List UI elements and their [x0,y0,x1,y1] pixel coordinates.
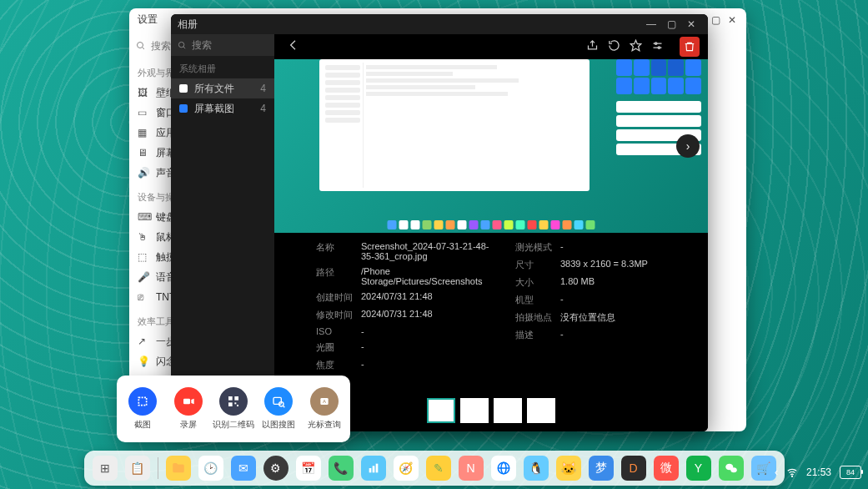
album-item-label: 所有文件 [194,82,234,96]
wifi-icon[interactable] [786,466,798,478]
clock[interactable]: 21:53 [806,466,831,478]
meta-value: /Phone Storage/Pictures/Screenshots [361,266,492,286]
adjust-button[interactable] [646,39,668,55]
album-item-count: 4 [260,83,266,94]
mouse-icon: 🖱 [138,231,149,243]
dock-app[interactable] [166,456,191,481]
album-close-button[interactable]: ✕ [681,18,701,30]
shot-tool[interactable]: 截图 [122,387,163,431]
svg-rect-24 [372,466,374,472]
album-sidebar: 搜索 系统相册 所有文件4屏幕截图4 [171,34,274,431]
dock: ⊞📋🕑✉⚙📅📞🧭✎N🐧🐱梦D微Y🛒 [84,451,785,486]
svg-rect-14 [234,396,238,401]
dock-app[interactable]: 📋 [125,456,150,481]
album-titlebar: 相册 — ▢ ✕ [171,14,708,34]
thumbnail[interactable] [460,398,489,423]
meta-row: 尺寸3839 x 2160 = 8.3MP [515,259,691,271]
meta-row: 拍摄地点没有位置信息 [515,311,691,324]
maximize-button[interactable]: ▢ [711,14,721,24]
svg-line-1 [143,48,145,50]
screenshot-toolbar: 截图录屏识别二维码以图搜图A光标查询 [117,376,350,442]
svg-text:A: A [323,399,326,404]
svg-marker-12 [191,399,193,405]
meta-value: 3839 x 2160 = 8.3MP [560,259,648,271]
dock-app[interactable] [361,456,386,481]
meta-value: - [560,241,564,254]
chevron-left-icon[interactable]: ‹ [775,466,778,478]
meta-label: 描述 [515,329,560,341]
apps-icon: ▦ [138,127,149,139]
imagesearch-icon [264,387,293,416]
svg-point-0 [138,43,143,48]
dock-app[interactable]: 梦 [589,456,614,481]
thumbnail[interactable] [527,398,555,423]
meta-value: - [361,326,364,336]
shot-tool[interactable]: 录屏 [168,387,209,431]
close-button[interactable]: ✕ [728,14,738,24]
album-item-icon [179,104,188,113]
meta-label: ISO [316,326,361,336]
dock-app[interactable]: 🐧 [524,456,549,481]
dock-app[interactable]: D [621,456,646,481]
album-maximize-button[interactable]: ▢ [661,18,681,30]
album-sidebar-item[interactable]: 屏幕截图4 [171,98,274,118]
crop-icon [128,387,157,416]
meta-label: 拍摄地点 [515,311,560,324]
album-search-placeholder: 搜索 [192,38,212,53]
dock-app[interactable]: ⊞ [93,456,118,481]
shot-tool-label: 录屏 [180,419,197,431]
tnt-icon: ⎚ [138,291,149,303]
meta-value: - [361,359,364,371]
album-category-label: 系统相册 [171,56,274,78]
meta-value: 1.80 MB [560,276,595,289]
dock-app[interactable]: ✎ [426,456,451,481]
dock-app[interactable]: 📅 [296,456,321,481]
delete-button[interactable] [680,37,700,57]
dock-app[interactable]: 📞 [329,456,354,481]
battery-indicator[interactable]: 84 [840,466,861,479]
status-bar: ‹ 21:53 84 [775,466,861,479]
shot-tool[interactable]: A光标查询 [304,387,345,431]
thumbnail[interactable] [427,398,455,423]
dock-app[interactable]: Y [686,456,711,481]
dock-app[interactable]: 🕑 [198,456,223,481]
meta-row: 描述- [515,329,691,341]
meta-value: - [560,329,564,341]
svg-rect-10 [139,397,147,405]
album-search[interactable]: 搜索 [171,34,274,56]
dock-app[interactable]: ⚙ [263,456,288,481]
rotate-button[interactable] [603,39,625,55]
meta-label: 测光模式 [515,241,560,254]
dock-app[interactable]: 微 [654,456,679,481]
svg-rect-18 [273,397,281,404]
shot-tool-label: 识别二维码 [213,419,254,431]
mic-icon: 🎤 [138,271,149,283]
dock-app[interactable]: 🐱 [556,456,581,481]
share-button[interactable] [581,39,603,55]
back-button[interactable] [283,38,304,55]
star-button[interactable] [625,39,646,55]
dock-app[interactable] [491,456,516,481]
album-sidebar-item[interactable]: 所有文件4 [171,78,274,98]
dock-app[interactable]: 🧭 [394,456,419,481]
picture-icon: 🖼 [138,87,149,98]
dock-app[interactable] [719,456,744,481]
meta-label: 光圈 [316,341,361,354]
meta-value: Screenshot_2024-07-31-21-48-35-361_crop.… [361,241,492,261]
meta-row: 光圈- [316,341,492,354]
album-title: 相册 [178,18,198,32]
next-image-button[interactable]: › [676,134,700,158]
thumbnail[interactable] [494,398,522,423]
dock-app[interactable]: ✉ [231,456,256,481]
shot-tool[interactable]: 识别二维码 [213,387,254,431]
meta-row: 机型- [515,294,691,306]
dock-app[interactable]: 🛒 [751,456,776,481]
album-minimize-button[interactable]: — [641,18,661,30]
shot-tool[interactable]: 以图搜图 [258,387,299,431]
dock-app[interactable]: N [459,456,484,481]
search-icon [136,41,146,51]
image-preview[interactable]: › [274,59,708,233]
meta-label: 路径 [316,266,361,286]
desktop: 设置 — ▢ ✕ 搜索设置项 外观与界面🖼壁纸▭窗口▦应用栏🖥屏幕与显示🔊声音设… [0,0,868,489]
meta-value: - [560,294,564,306]
